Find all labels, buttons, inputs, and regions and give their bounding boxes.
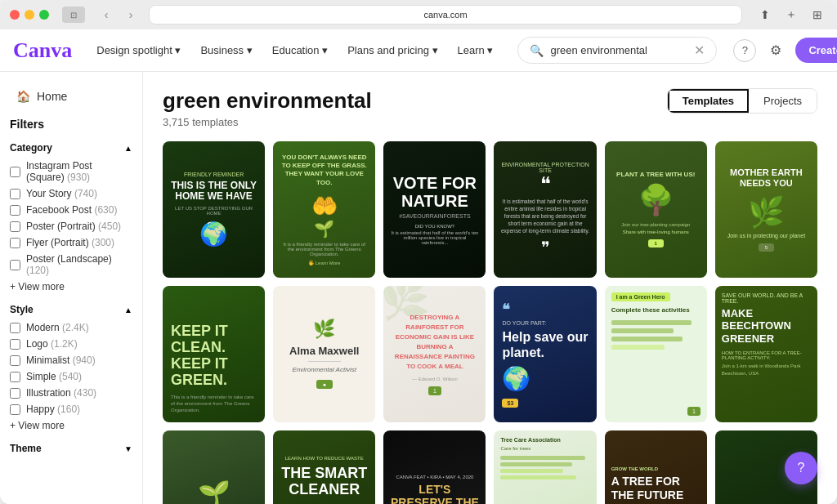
style-view-more[interactable]: + View more	[10, 420, 132, 431]
card5-star-icon[interactable]: ☆	[660, 146, 679, 166]
maximize-button[interactable]	[39, 10, 49, 20]
template-card-11[interactable]: I am a Green Hero Complete these activit…	[605, 286, 707, 422]
filter-instagram[interactable]: Instagram Post (Square) (930)	[10, 160, 132, 183]
filter-modern-checkbox[interactable]	[10, 323, 20, 333]
filter-poster-portrait[interactable]: Poster (Portrait) (450)	[10, 221, 132, 232]
card5-dots-icon[interactable]: ···	[683, 146, 702, 166]
template-card-8[interactable]: 🌿 Alma Maxwell Environmental Activist ● …	[273, 286, 375, 422]
share-icon[interactable]: ⬆	[755, 5, 775, 25]
template-card-17[interactable]: GROW THE WORLD A TREE FOR THE FUTURE 🌲 ☆…	[605, 430, 707, 504]
template-card-6[interactable]: MOTHER EARTH NEEDS YOU 🌿 Join us in prot…	[715, 141, 817, 278]
minimize-button[interactable]	[25, 10, 34, 20]
filter-simple[interactable]: Simple (540)	[10, 371, 132, 382]
filter-flyer-checkbox[interactable]	[10, 238, 20, 248]
card12-star-icon[interactable]: ☆	[770, 291, 790, 310]
create-design-button[interactable]: Create a design	[795, 38, 837, 63]
address-bar[interactable]: canva.com	[149, 5, 742, 25]
card8-star-icon[interactable]: ☆	[328, 291, 347, 310]
template-card-5[interactable]: PLANT A TREE WITH US! 🌳 Join our tree-pl…	[605, 141, 707, 278]
filter-story-checkbox[interactable]	[10, 189, 20, 199]
filter-happy-checkbox[interactable]	[10, 404, 20, 415]
card16-star-icon[interactable]: ☆	[549, 435, 569, 455]
card10-star-icon[interactable]: ☆	[549, 291, 569, 310]
search-clear-icon[interactable]: ✕	[694, 42, 705, 58]
card15-dots-icon[interactable]: ···	[461, 435, 481, 455]
card6-star-icon[interactable]: ☆	[770, 146, 790, 166]
projects-tab[interactable]: Projects	[749, 89, 817, 113]
template-card-2[interactable]: YOU DON'T ALWAYS NEED TO KEEP OFF THE GR…	[273, 141, 375, 278]
nav-plans[interactable]: Plans and pricing ▾	[339, 39, 445, 61]
card4-dots-icon[interactable]: ···	[572, 146, 592, 166]
sidebar-home[interactable]: 🏠 Home	[10, 85, 132, 108]
back-button[interactable]: ‹	[95, 7, 118, 23]
close-button[interactable]	[10, 10, 20, 20]
filter-illustration[interactable]: Illustration (430)	[10, 387, 132, 399]
template-card-1[interactable]: FRIENDLY REMINDER THIS IS THE ONLY HOME …	[163, 141, 265, 278]
card2-star-icon[interactable]: ☆	[328, 146, 347, 166]
search-bar[interactable]: 🔍 ✕	[517, 37, 717, 64]
templates-tab[interactable]: Templates	[668, 89, 749, 113]
card14-star-icon[interactable]: ☆	[328, 435, 347, 455]
filter-poster-landscape[interactable]: Poster (Landscape) (120)	[10, 253, 132, 276]
nav-design-spotlight[interactable]: Design spotlight ▾	[88, 39, 189, 61]
card11-dots-icon[interactable]: ···	[683, 291, 702, 310]
search-input[interactable]	[550, 44, 687, 56]
filter-instagram-checkbox[interactable]	[10, 167, 20, 177]
card4-star-icon[interactable]: ☆	[549, 146, 569, 166]
card1-star-icon[interactable]: ☆	[217, 146, 237, 166]
filter-illustration-checkbox[interactable]	[10, 388, 20, 399]
card10-dots-icon[interactable]: ···	[572, 291, 592, 310]
card7-star-icon[interactable]: ☆	[217, 291, 237, 310]
template-card-4[interactable]: ENVIRONMENTAL PROTECTION SITE ❝ It is es…	[494, 141, 596, 278]
chat-button[interactable]: ?	[785, 452, 817, 484]
card2-dots-icon[interactable]: ···	[351, 146, 370, 166]
filter-modern[interactable]: Modern (2.4K)	[10, 322, 132, 333]
filter-logo[interactable]: Logo (1.2K)	[10, 338, 132, 350]
filter-facebook-checkbox[interactable]	[10, 205, 20, 216]
canva-logo[interactable]: Canva	[13, 38, 72, 63]
card7-dots-icon[interactable]: ···	[240, 291, 260, 310]
card6-dots-icon[interactable]: ···	[793, 146, 812, 166]
template-card-14[interactable]: LEARN HOW TO REDUCE WASTE THE SMART CLEA…	[273, 430, 375, 504]
card3-star-icon[interactable]: ☆	[438, 146, 458, 166]
card13-dots-icon[interactable]: ···	[240, 435, 260, 455]
card1-dots-icon[interactable]: ···	[240, 146, 260, 166]
theme-filter-header[interactable]: Theme ▼	[10, 443, 132, 454]
filter-flyer[interactable]: Flyer (Portrait) (300)	[10, 237, 132, 248]
nav-business[interactable]: Business ▾	[192, 39, 260, 61]
template-card-12[interactable]: SAVE OUR WORLD. AND BE A TREE. Make Beec…	[715, 286, 817, 422]
filter-simple-checkbox[interactable]	[10, 372, 20, 382]
category-filter-header[interactable]: Category ▲	[10, 142, 132, 154]
filter-poster-portrait-checkbox[interactable]	[10, 221, 20, 232]
filter-minimalist-checkbox[interactable]	[10, 355, 20, 366]
category-view-more[interactable]: + View more	[10, 281, 132, 292]
filter-story[interactable]: Your Story (740)	[10, 188, 132, 199]
card15-star-icon[interactable]: ☆	[438, 435, 458, 455]
settings-icon[interactable]: ⚙	[764, 39, 787, 62]
card14-dots-icon[interactable]: ···	[351, 435, 370, 455]
template-card-3[interactable]: VOTE FOR NATURE #SAVEOURRAINFORESTS DID …	[383, 141, 486, 278]
nav-education[interactable]: Education ▾	[264, 39, 336, 61]
card11-star-icon[interactable]: ☆	[660, 291, 679, 310]
template-card-16[interactable]: Tree Care Association Care for trees ☆ ·…	[494, 430, 596, 504]
card13-star-icon[interactable]: ☆	[217, 435, 237, 455]
card18-star-icon[interactable]: ☆	[770, 435, 790, 455]
template-card-10[interactable]: ❝ DO YOUR PART: Help save our planet. 🌍 …	[494, 286, 596, 422]
filter-logo-checkbox[interactable]	[10, 339, 20, 350]
card17-dots-icon[interactable]: ···	[683, 435, 702, 455]
card16-dots-icon[interactable]: ···	[572, 435, 592, 455]
card9-dots-icon[interactable]: ···	[461, 291, 481, 310]
style-filter-header[interactable]: Style ▲	[10, 304, 132, 315]
filter-minimalist[interactable]: Minimalist (940)	[10, 355, 132, 366]
card17-star-icon[interactable]: ☆	[660, 435, 679, 455]
grid-icon[interactable]: ⊞	[808, 5, 827, 25]
help-button[interactable]: ?	[733, 39, 756, 62]
new-tab-icon[interactable]: ＋	[781, 5, 801, 25]
filter-facebook[interactable]: Facebook Post (630)	[10, 204, 132, 216]
template-card-9[interactable]: 🌿 DESTROYING A RAINFOREST FOR ECONOMIC G…	[383, 286, 486, 422]
filter-poster-landscape-checkbox[interactable]	[10, 260, 20, 270]
template-card-13[interactable]: 🌱 Grow together ☆ ···	[163, 430, 265, 504]
template-card-15[interactable]: CANVA FEAT • KIRA • MAY 4, 2020 LET'S PR…	[383, 430, 486, 504]
forward-button[interactable]: ›	[119, 7, 142, 23]
card3-dots-icon[interactable]: ···	[461, 146, 481, 166]
